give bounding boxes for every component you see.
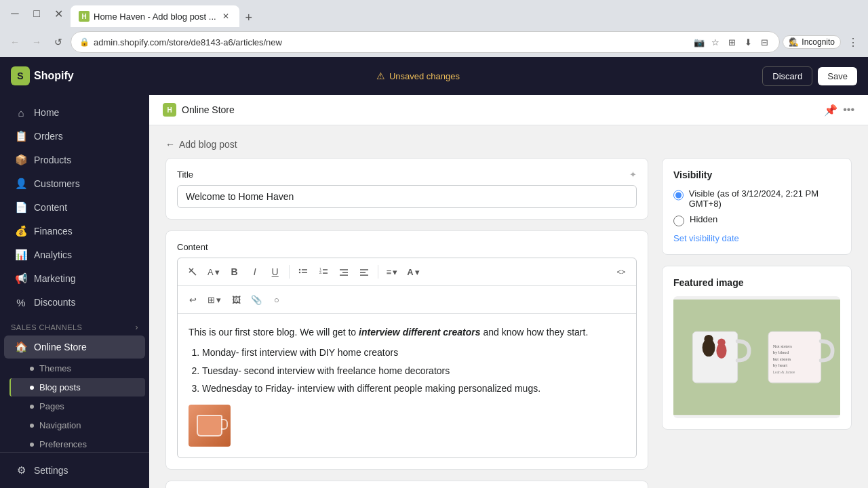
circle-button[interactable]: ○ <box>267 290 286 309</box>
reload-button[interactable]: ↺ <box>49 33 68 52</box>
sidebar-item-pages[interactable]: Pages <box>9 397 145 415</box>
sidebar-item-themes[interactable]: Themes <box>9 359 145 378</box>
sidebar-item-marketing[interactable]: 📢 Marketing <box>4 267 145 290</box>
pages-label: Pages <box>39 401 64 411</box>
analytics-icon: 📊 <box>15 249 27 261</box>
editor-main: Title ✦ Content <box>165 158 648 488</box>
italic-button[interactable]: I <box>245 262 264 281</box>
title-input[interactable] <box>177 185 637 208</box>
bullet-list-button[interactable] <box>294 262 313 281</box>
outdent-button[interactable] <box>355 262 374 281</box>
content-area: H Online Store 📌 ••• ← Add blog post Tit… <box>149 95 868 488</box>
color-label: A <box>407 267 413 277</box>
ssl-lock-icon: 🔒 <box>79 37 90 47</box>
browser-menu-button[interactable]: ⋮ <box>844 33 863 52</box>
heading-select[interactable]: A ▾ <box>203 264 224 280</box>
marketing-icon: 📢 <box>15 272 27 285</box>
align-chevron: ▾ <box>393 267 397 277</box>
sidebar-footer: ⚙ Settings <box>0 452 149 488</box>
active-tab[interactable]: H Home Haven - Add blog post ... ✕ <box>71 5 239 27</box>
more-options-button[interactable]: ••• <box>843 104 854 116</box>
camera-icon[interactable]: 📷 <box>692 35 706 49</box>
analytics-label: Analytics <box>34 249 72 260</box>
tab-close-button[interactable]: ✕ <box>220 11 231 22</box>
address-bar[interactable]: 🔒 admin.shopify.com/store/de8143-a6/arti… <box>71 31 780 53</box>
back-link[interactable]: ← Add blog post <box>165 139 852 150</box>
pin-button[interactable]: 📌 <box>824 104 837 117</box>
align-select[interactable]: ≡ ▾ <box>382 264 402 280</box>
heading-chevron: ▾ <box>215 267 220 277</box>
extension-icon[interactable]: ⊞ <box>725 35 738 49</box>
featured-image-title: Featured image <box>673 277 840 288</box>
image-button[interactable]: 🖼 <box>226 290 245 309</box>
sidebar-item-products[interactable]: 📦 Products <box>4 148 145 171</box>
svg-point-19 <box>717 339 725 346</box>
page-header: H Online Store 📌 ••• <box>149 95 868 125</box>
visible-radio-label: Visible (as of 3/12/2024, 2:21 PM GMT+8) <box>689 188 840 209</box>
sidebar-item-home[interactable]: ⌂ Home <box>4 101 145 124</box>
close-button[interactable]: ✕ <box>49 4 68 23</box>
hidden-radio[interactable] <box>673 216 684 226</box>
underline-button[interactable]: U <box>266 262 285 281</box>
sidebar-item-orders[interactable]: 📋 Orders <box>4 125 145 148</box>
color-chevron: ▾ <box>415 267 420 277</box>
clear-format-button[interactable] <box>183 262 202 281</box>
table-icon: ⊞ <box>208 295 215 305</box>
featured-image-preview[interactable]: Not sisters by blood but sisters by hear… <box>673 296 840 418</box>
sidebar-item-blog-posts[interactable]: Blog posts <box>9 378 145 396</box>
warning-icon: ⚠ <box>376 70 385 81</box>
sidebar-item-settings[interactable]: ⚙ Settings <box>4 459 145 482</box>
sidebar-item-discounts[interactable]: % Discounts <box>4 291 145 314</box>
discounts-label: Discounts <box>34 297 75 308</box>
title-card-label: Title ✦ <box>177 169 637 180</box>
themes-dot <box>30 367 34 371</box>
sidebar-item-preferences[interactable]: Preferences <box>9 435 145 453</box>
home-label: Home <box>34 107 59 118</box>
sidebar-nav: ⌂ Home 📋 Orders 📦 Products 👤 Customers 📄… <box>0 95 149 488</box>
content-card: Content A ▾ B <box>165 230 648 470</box>
sidebar-item-navigation[interactable]: Navigation <box>9 416 145 434</box>
visibility-radio-group: Visible (as of 3/12/2024, 2:21 PM GMT+8)… <box>673 188 840 226</box>
address-bar-actions: 📷 ☆ ⊞ ⬇ ⊟ <box>692 35 771 49</box>
maximize-button[interactable]: □ <box>27 4 46 23</box>
forward-nav-button[interactable]: → <box>27 33 46 52</box>
content-text-before: This is our first store blog. We will ge… <box>189 327 359 338</box>
ordered-list-button[interactable]: 1.2. <box>314 262 333 281</box>
sidebar-item-content[interactable]: 📄 Content <box>4 196 145 219</box>
article-editor: ← Add blog post Title ✦ <box>149 125 868 488</box>
blog-posts-dot <box>30 386 34 390</box>
ai-icon[interactable]: ✦ <box>629 169 637 180</box>
back-nav-button[interactable]: ← <box>5 33 24 52</box>
undo-button[interactable]: ↩ <box>183 290 202 309</box>
sidebar-item-analytics[interactable]: 📊 Analytics <box>4 243 145 266</box>
sidebar-item-online-store[interactable]: 🏠 Online Store <box>4 336 145 359</box>
visible-radio[interactable] <box>673 190 684 201</box>
online-store-subnav: Themes Blog posts Pages Navigation Prefe… <box>0 359 149 453</box>
star-icon[interactable]: ☆ <box>709 35 722 49</box>
sidebar-item-finances[interactable]: 💰 Finances <box>4 220 145 243</box>
sidebar-item-customers[interactable]: 👤 Customers <box>4 172 145 195</box>
download-icon[interactable]: ⬇ <box>741 35 755 49</box>
editor-content[interactable]: This is our first store blog. We will ge… <box>178 314 636 458</box>
preferences-label: Preferences <box>39 439 87 449</box>
browser-chrome: ─ □ ✕ H Home Haven - Add blog post ... ✕… <box>0 0 868 27</box>
embed-button[interactable]: 📎 <box>247 290 266 309</box>
store-icon: H <box>163 103 176 117</box>
new-tab-button[interactable]: + <box>239 8 258 27</box>
indent-button[interactable] <box>334 262 353 281</box>
table-select[interactable]: ⊞ ▾ <box>203 292 225 308</box>
sales-channels-label: Sales channels <box>11 323 82 331</box>
set-visibility-link[interactable]: Set visibility date <box>673 233 840 243</box>
hidden-label-text: Hidden <box>690 214 717 224</box>
title-label-text: Title <box>177 169 193 180</box>
main-layout: ⌂ Home 📋 Orders 📦 Products 👤 Customers 📄… <box>0 95 868 488</box>
source-button[interactable]: <> <box>612 262 631 281</box>
color-select[interactable]: A ▾ <box>403 264 423 280</box>
minimize-button[interactable]: ─ <box>5 4 24 23</box>
save-button[interactable]: Save <box>818 67 857 85</box>
editor-sidebar: Visibility Visible (as of 3/12/2024, 2:2… <box>662 158 852 488</box>
visible-label-text: Visible (as of 3/12/2024, 2:21 PM GMT+8) <box>689 188 840 209</box>
bold-button[interactable]: B <box>225 262 244 281</box>
apps-icon[interactable]: ⊟ <box>757 35 771 49</box>
discard-button[interactable]: Discard <box>762 66 812 86</box>
